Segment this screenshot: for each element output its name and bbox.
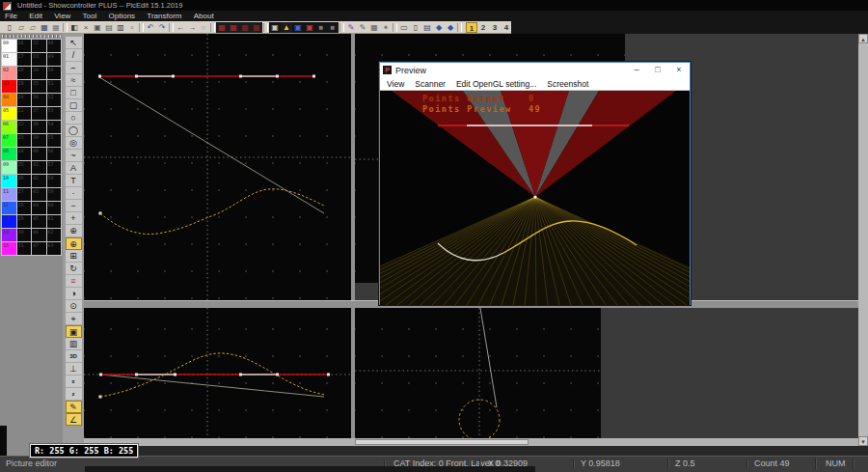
tool-align-button[interactable]: ⊥ — [66, 363, 82, 375]
tool-apply-color-button[interactable]: ◑ — [66, 288, 82, 300]
palette-color-44[interactable]: 44 — [32, 202, 46, 214]
palette-color-27[interactable]: 27 — [17, 188, 32, 201]
toolbar-pen-gray-button[interactable]: ✎ — [357, 22, 368, 33]
page-button-2[interactable]: 2 — [477, 22, 489, 33]
tool-draw-rect-button[interactable]: □ — [66, 87, 82, 99]
palette-color-37[interactable]: 37 — [32, 107, 46, 120]
viewport-bottom-left[interactable] — [84, 308, 351, 438]
tool-move-object-button[interactable]: ⊕ — [66, 237, 82, 250]
palette-color-38[interactable]: 38 — [32, 121, 46, 133]
tool-zoom-tool-button[interactable]: ⊙ — [66, 300, 82, 313]
palette-color-00[interactable]: 00 — [2, 40, 16, 52]
palette-color-35[interactable]: 35 — [32, 80, 46, 93]
menu-file[interactable]: File — [0, 11, 22, 21]
toolbar-cut-button[interactable]: × — [80, 22, 92, 33]
toolbar-table-view-2-button[interactable]: ▦ — [228, 22, 239, 33]
preview-render-area[interactable]: Points Output0 Points Preview49 — [380, 91, 690, 305]
tool-text-solid-button[interactable]: T — [66, 175, 82, 187]
menu-options[interactable]: Options — [104, 11, 141, 21]
palette-color-01[interactable]: 01 — [2, 53, 16, 66]
palette-grip[interactable] — [2, 35, 61, 38]
scroll-down-arrow[interactable]: ▼ — [858, 436, 868, 446]
toolbar-print-button[interactable]: ▥ — [115, 22, 126, 33]
toolbar-pen-purple-button[interactable]: ✎ — [345, 22, 357, 33]
palette-color-50[interactable]: 50 — [47, 67, 62, 79]
toolbar-open-file-button[interactable]: ▱ — [15, 22, 27, 33]
preview-menu-scanner[interactable]: Scanner — [415, 79, 446, 89]
palette-color-02[interactable]: 02 — [2, 67, 16, 79]
tool-draw-ellipse-button[interactable]: ◯ — [66, 125, 82, 137]
palette-color-06[interactable]: 06 — [2, 121, 16, 133]
palette-color-57[interactable]: 57 — [47, 161, 62, 174]
palette-color-60[interactable]: 60 — [47, 202, 62, 214]
palette-color-22[interactable]: 22 — [17, 121, 32, 133]
tool-rotate-object-button[interactable]: ↻ — [66, 263, 82, 275]
tool-draw-rounded-rect-button[interactable]: ▢ — [66, 99, 82, 112]
vertical-scrollbar[interactable]: ▲ ▼ — [858, 34, 868, 446]
tool-draw-wave-button[interactable]: ≈ — [66, 74, 82, 87]
preview-menu-view[interactable]: View — [387, 79, 404, 89]
toolbar-frame-vertical-button[interactable]: ▯ — [410, 22, 421, 33]
toolbar-frame-horizontal-button[interactable]: ▭ — [398, 22, 410, 33]
palette-color-28[interactable]: 28 — [17, 202, 32, 214]
toolbar-prev-frame-button[interactable]: ← — [175, 22, 186, 33]
palette-color-52[interactable]: 52 — [47, 94, 62, 106]
palette-color-12[interactable]: 12 — [2, 202, 16, 214]
palette-color-58[interactable]: 58 — [47, 175, 62, 187]
preview-menu-opengl[interactable]: Edit OpenGL setting... — [456, 79, 536, 89]
tool-delete-x-button[interactable]: x — [66, 375, 82, 388]
palette-color-45[interactable]: 45 — [32, 215, 46, 228]
palette-color-43[interactable]: 43 — [32, 188, 46, 201]
toolbar-display-dark-2-button[interactable]: ■ — [327, 22, 339, 33]
palette-color-41[interactable]: 41 — [32, 161, 46, 174]
palette-color-34[interactable]: 34 — [32, 67, 46, 79]
toolbar-display-red-button[interactable]: ▣ — [304, 22, 315, 33]
palette-color-40[interactable]: 40 — [32, 148, 46, 160]
palette-color-15[interactable]: 15 — [2, 242, 16, 255]
tool-copy-frame-button[interactable]: ▥ — [66, 338, 82, 350]
palette-color-18[interactable]: 18 — [17, 67, 32, 79]
palette-color-56[interactable]: 56 — [47, 148, 62, 160]
page-button-4[interactable]: 4 — [501, 22, 512, 33]
scroll-up-arrow[interactable]: ▲ — [858, 34, 868, 43]
toolbar-undo-button[interactable]: ↶ — [145, 22, 156, 33]
minimize-button[interactable]: – — [626, 63, 647, 77]
toolbar-table-view-3-button[interactable]: ▦ — [239, 22, 251, 33]
palette-color-62[interactable]: 62 — [47, 229, 62, 241]
palette-color-33[interactable]: 33 — [32, 53, 46, 66]
palette-color-14[interactable]: 14 — [2, 229, 16, 241]
toolbar-display-dark-1-button[interactable]: ■ — [315, 22, 327, 33]
palette-color-17[interactable]: 17 — [17, 53, 32, 66]
toolbar-save-file-button[interactable]: ▦ — [39, 22, 50, 33]
palette-color-54[interactable]: 54 — [47, 121, 62, 133]
toolbar-film-button[interactable]: ▤ — [421, 22, 433, 33]
palette-color-21[interactable]: 21 — [17, 107, 32, 120]
palette-color-47[interactable]: 47 — [32, 242, 46, 255]
menu-about[interactable]: About — [189, 11, 219, 21]
palette-color-53[interactable]: 53 — [47, 107, 62, 120]
tool-scale-object-button[interactable]: ⊞ — [66, 250, 82, 263]
palette-color-23[interactable]: 23 — [17, 134, 32, 147]
toolbar-display-button[interactable]: ▣ — [269, 22, 281, 33]
palette-color-42[interactable]: 42 — [32, 175, 46, 187]
palette-color-11[interactable]: 11 — [2, 188, 16, 201]
toolbar-redo-button[interactable]: ↷ — [156, 22, 168, 33]
page-button-1[interactable]: 1 — [466, 22, 477, 33]
toolbar-table-view-1-button[interactable]: ▦ — [216, 22, 228, 33]
palette-color-03[interactable]: 03 — [2, 80, 16, 93]
toolbar-new-file-button[interactable]: ▯ — [4, 22, 15, 33]
vertical-splitter[interactable] — [351, 34, 355, 446]
tool-delete-z-button[interactable]: z — [66, 388, 82, 401]
viewport-top-left[interactable] — [84, 34, 351, 300]
palette-color-24[interactable]: 24 — [17, 148, 32, 160]
tool-draw-spiral-button[interactable]: ◎ — [66, 137, 82, 150]
palette-color-29[interactable]: 29 — [17, 215, 32, 228]
palette-color-16[interactable]: 16 — [17, 40, 32, 52]
palette-color-30[interactable]: 30 — [17, 229, 32, 241]
toolbar-display-blue-button[interactable]: ▣ — [292, 22, 304, 33]
palette-color-46[interactable]: 46 — [32, 229, 46, 241]
toolbar-next-frame-button[interactable]: → — [186, 22, 198, 33]
palette-color-39[interactable]: 39 — [32, 134, 46, 147]
title-bar[interactable]: Untitled - Showcontroller PLUS -- PicEdi… — [0, 0, 868, 11]
palette-color-13[interactable]: 13 — [2, 215, 16, 228]
